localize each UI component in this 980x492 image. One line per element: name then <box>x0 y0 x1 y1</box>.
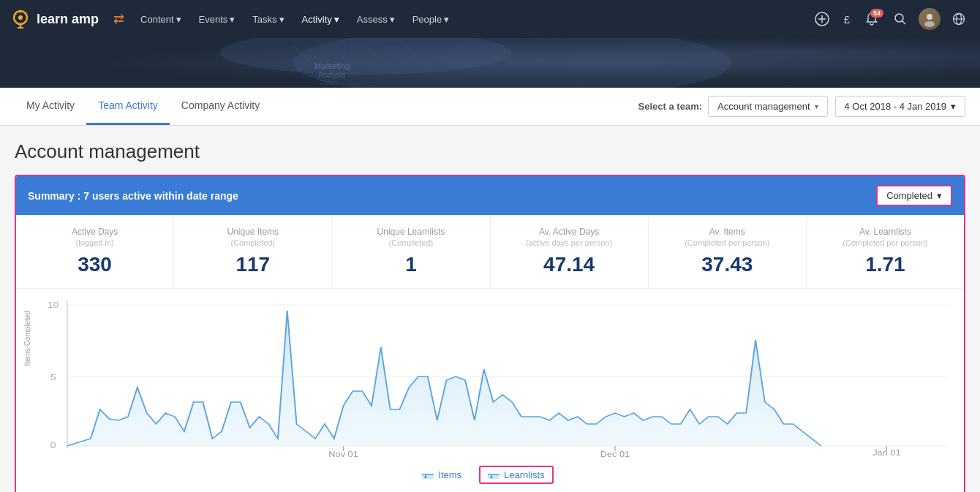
page-title: Account management <box>15 140 965 163</box>
chevron-down-icon: ▾ <box>334 14 339 25</box>
chevron-down-icon: ▾ <box>279 14 284 25</box>
svg-text:0: 0 <box>50 441 56 450</box>
svg-line-11 <box>902 21 906 25</box>
notifications-button[interactable]: 54 <box>859 7 885 31</box>
stat-unique-items: Unique Items (Completed) 117 <box>174 215 332 288</box>
shuffle-icon[interactable]: ⇄ <box>113 11 124 27</box>
completed-button[interactable]: Completed ▾ <box>876 185 952 206</box>
stat-unique-learnlists: Unique Learnlists (Completed) 1 <box>332 215 490 288</box>
team-dropdown[interactable]: Account management ▾ <box>708 96 827 117</box>
chevron-down-icon: ▾ <box>937 190 942 201</box>
billing-button[interactable]: £ <box>838 9 856 30</box>
svg-text:5: 5 <box>50 373 56 382</box>
select-team-label: Select a team: <box>638 101 702 112</box>
svg-line-23 <box>402 42 439 86</box>
stat-av-items: Av. Items (Completed per person) 37.43 <box>649 215 807 288</box>
search-button[interactable] <box>888 8 913 30</box>
svg-line-22 <box>366 45 402 78</box>
chart-wrap: Items Completed 10 5 0 <box>23 296 952 460</box>
legend-items[interactable]: Items <box>422 466 461 484</box>
svg-point-19 <box>219 38 512 75</box>
chart-area: Items Completed 10 5 0 <box>16 289 964 492</box>
svg-text:Analysis: Analysis <box>318 71 345 79</box>
sub-header: My Activity Team Activity Company Activi… <box>0 88 980 126</box>
svg-point-10 <box>895 14 903 22</box>
nav-assess[interactable]: Assess ▾ <box>350 10 402 29</box>
avatar[interactable] <box>919 8 941 30</box>
svg-text:Nov 01: Nov 01 <box>328 450 358 457</box>
chevron-down-icon: ▾ <box>176 14 181 25</box>
notification-badge: 54 <box>870 9 883 18</box>
card-header: Summary : 7 users active within date ran… <box>16 176 964 215</box>
nav-tasks[interactable]: Tasks ▾ <box>245 10 291 29</box>
chevron-down-icon: ▾ <box>444 14 449 25</box>
tab-company-activity[interactable]: Company Activity <box>170 88 271 125</box>
tab-my-activity[interactable]: My Activity <box>15 88 86 125</box>
nav-activity[interactable]: Activity ▾ <box>295 10 347 29</box>
svg-rect-17 <box>0 38 980 88</box>
logo[interactable]: learn amp <box>9 7 99 31</box>
chevron-down-icon: ▾ <box>390 14 395 25</box>
date-range-dropdown[interactable]: 4 Oct 2018 - 4 Jan 2019 ▾ <box>835 96 965 117</box>
stat-active-days: Active Days (logged in) 330 <box>16 215 174 288</box>
avatar-image <box>919 8 941 30</box>
summary-text: Summary : 7 users active within date ran… <box>28 190 238 202</box>
nav-events[interactable]: Events ▾ <box>192 10 243 29</box>
chevron-down-icon: ▾ <box>951 101 956 112</box>
svg-point-13 <box>924 21 935 27</box>
tab-nav: My Activity Team Activity Company Activi… <box>15 88 271 125</box>
svg-text:Jan 01: Jan 01 <box>872 449 900 456</box>
stats-row: Active Days (logged in) 330 Unique Items… <box>16 215 964 289</box>
nav-people[interactable]: People ▾ <box>405 10 456 29</box>
chart-svg-wrap: 10 5 0 <box>34 296 952 460</box>
chart-legend: Items Learnlists <box>23 460 952 487</box>
svg-text:Dec 01: Dec 01 <box>600 450 630 457</box>
activity-card: Summary : 7 users active within date ran… <box>15 175 965 492</box>
globe-button[interactable] <box>946 8 971 30</box>
hero-banner: Marketing Analysis Data <box>0 38 980 88</box>
nav-content[interactable]: Content ▾ <box>133 10 189 29</box>
logo-text: learn amp <box>37 12 99 27</box>
chevron-down-icon: ▾ <box>230 14 235 25</box>
add-button[interactable] <box>809 7 835 31</box>
svg-text:Marketing: Marketing <box>314 61 350 70</box>
svg-point-18 <box>293 38 731 88</box>
svg-text:2019: 2019 <box>876 456 897 457</box>
chevron-down-icon: ▾ <box>815 102 818 110</box>
svg-text:Data: Data <box>320 79 334 86</box>
svg-text:10: 10 <box>48 300 59 309</box>
svg-point-12 <box>927 14 932 20</box>
main-content: Account management Summary : 7 users act… <box>0 126 980 492</box>
navbar: learn amp ⇄ Content ▾ Events ▾ Tasks ▾ A… <box>0 0 980 38</box>
tab-team-activity[interactable]: Team Activity <box>86 88 170 125</box>
svg-line-20 <box>293 45 329 78</box>
legend-learnlists[interactable]: Learnlists <box>479 466 554 484</box>
svg-point-3 <box>18 15 23 20</box>
y-axis-label: Items Completed <box>23 296 31 381</box>
svg-line-21 <box>329 42 366 82</box>
stat-av-active-days: Av. Active Days (active days per person)… <box>491 215 649 288</box>
stat-av-learnlists: Av. Learnlists (Completed per person) 1.… <box>807 215 964 288</box>
